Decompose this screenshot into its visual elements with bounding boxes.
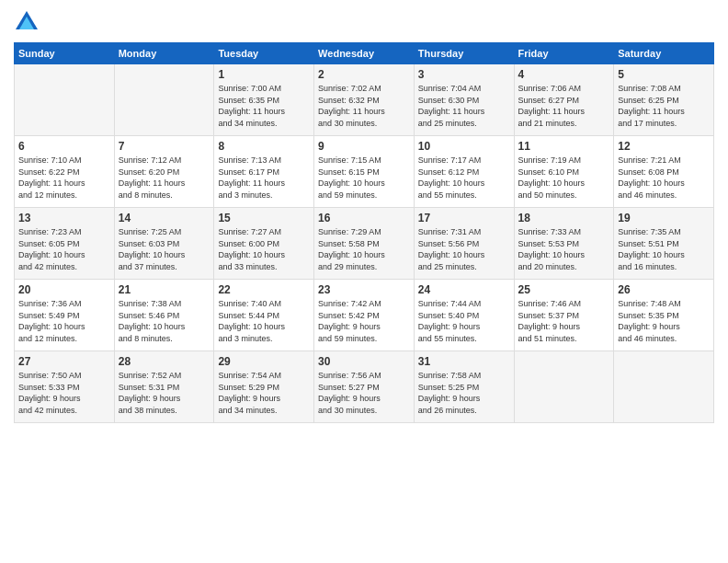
week-row-3: 13Sunrise: 7:23 AM Sunset: 6:05 PM Dayli… xyxy=(15,208,714,280)
day-info: Sunrise: 7:54 AM Sunset: 5:29 PM Dayligh… xyxy=(218,370,310,416)
logo xyxy=(14,9,43,35)
day-number: 22 xyxy=(218,283,310,296)
day-info: Sunrise: 7:21 AM Sunset: 6:08 PM Dayligh… xyxy=(618,155,710,201)
day-cell: 9Sunrise: 7:15 AM Sunset: 6:15 PM Daylig… xyxy=(314,136,415,208)
day-cell xyxy=(514,351,614,423)
day-cell: 11Sunrise: 7:19 AM Sunset: 6:10 PM Dayli… xyxy=(514,136,614,208)
day-cell: 6Sunrise: 7:10 AM Sunset: 6:22 PM Daylig… xyxy=(15,136,115,208)
day-cell: 17Sunrise: 7:31 AM Sunset: 5:56 PM Dayli… xyxy=(414,208,514,280)
weekday-header-thursday: Thursday xyxy=(414,43,514,64)
day-cell: 2Sunrise: 7:02 AM Sunset: 6:32 PM Daylig… xyxy=(314,64,415,136)
day-cell: 29Sunrise: 7:54 AM Sunset: 5:29 PM Dayli… xyxy=(214,351,314,423)
day-number: 26 xyxy=(618,283,710,296)
day-cell: 10Sunrise: 7:17 AM Sunset: 6:12 PM Dayli… xyxy=(414,136,514,208)
day-info: Sunrise: 7:42 AM Sunset: 5:42 PM Dayligh… xyxy=(318,298,410,344)
week-row-1: 1Sunrise: 7:00 AM Sunset: 6:35 PM Daylig… xyxy=(15,64,714,136)
day-info: Sunrise: 7:33 AM Sunset: 5:53 PM Dayligh… xyxy=(518,226,610,272)
day-info: Sunrise: 7:44 AM Sunset: 5:40 PM Dayligh… xyxy=(418,298,510,344)
day-info: Sunrise: 7:40 AM Sunset: 5:44 PM Dayligh… xyxy=(218,298,310,344)
day-number: 18 xyxy=(518,212,610,224)
day-number: 15 xyxy=(218,212,310,224)
day-info: Sunrise: 7:27 AM Sunset: 6:00 PM Dayligh… xyxy=(218,226,310,272)
day-cell: 5Sunrise: 7:08 AM Sunset: 6:25 PM Daylig… xyxy=(614,64,714,136)
day-number: 31 xyxy=(418,355,510,368)
day-info: Sunrise: 7:00 AM Sunset: 6:35 PM Dayligh… xyxy=(218,83,310,129)
day-cell: 4Sunrise: 7:06 AM Sunset: 6:27 PM Daylig… xyxy=(514,64,614,136)
day-cell: 27Sunrise: 7:50 AM Sunset: 5:33 PM Dayli… xyxy=(15,351,115,423)
day-cell: 8Sunrise: 7:13 AM Sunset: 6:17 PM Daylig… xyxy=(214,136,314,208)
day-info: Sunrise: 7:23 AM Sunset: 6:05 PM Dayligh… xyxy=(18,226,110,272)
day-cell xyxy=(614,351,714,423)
day-number: 2 xyxy=(318,68,410,81)
day-number: 19 xyxy=(618,212,710,224)
day-number: 1 xyxy=(218,68,310,81)
weekday-header-row: SundayMondayTuesdayWednesdayThursdayFrid… xyxy=(15,43,714,64)
day-info: Sunrise: 7:19 AM Sunset: 6:10 PM Dayligh… xyxy=(518,155,610,201)
day-number: 7 xyxy=(119,140,210,153)
week-row-4: 20Sunrise: 7:36 AM Sunset: 5:49 PM Dayli… xyxy=(15,280,714,351)
day-info: Sunrise: 7:08 AM Sunset: 6:25 PM Dayligh… xyxy=(618,83,710,129)
week-row-2: 6Sunrise: 7:10 AM Sunset: 6:22 PM Daylig… xyxy=(15,136,714,208)
day-number: 14 xyxy=(119,212,210,224)
day-info: Sunrise: 7:38 AM Sunset: 5:46 PM Dayligh… xyxy=(119,298,210,344)
day-number: 6 xyxy=(18,140,110,153)
day-cell: 25Sunrise: 7:46 AM Sunset: 5:37 PM Dayli… xyxy=(514,280,614,351)
day-info: Sunrise: 7:02 AM Sunset: 6:32 PM Dayligh… xyxy=(318,83,410,129)
day-cell: 16Sunrise: 7:29 AM Sunset: 5:58 PM Dayli… xyxy=(314,208,415,280)
day-info: Sunrise: 7:58 AM Sunset: 5:25 PM Dayligh… xyxy=(418,370,510,416)
day-info: Sunrise: 7:31 AM Sunset: 5:56 PM Dayligh… xyxy=(418,226,510,272)
day-info: Sunrise: 7:04 AM Sunset: 6:30 PM Dayligh… xyxy=(418,83,510,129)
day-cell: 1Sunrise: 7:00 AM Sunset: 6:35 PM Daylig… xyxy=(214,64,314,136)
day-cell: 31Sunrise: 7:58 AM Sunset: 5:25 PM Dayli… xyxy=(414,351,514,423)
day-info: Sunrise: 7:52 AM Sunset: 5:31 PM Dayligh… xyxy=(119,370,210,416)
day-cell: 13Sunrise: 7:23 AM Sunset: 6:05 PM Dayli… xyxy=(15,208,115,280)
page: SundayMondayTuesdayWednesdayThursdayFrid… xyxy=(0,0,728,563)
day-number: 11 xyxy=(518,140,610,153)
day-info: Sunrise: 7:36 AM Sunset: 5:49 PM Dayligh… xyxy=(18,298,110,344)
day-info: Sunrise: 7:25 AM Sunset: 6:03 PM Dayligh… xyxy=(119,226,210,272)
day-number: 12 xyxy=(618,140,710,153)
day-info: Sunrise: 7:17 AM Sunset: 6:12 PM Dayligh… xyxy=(418,155,510,201)
day-number: 13 xyxy=(18,212,110,224)
day-number: 20 xyxy=(18,283,110,296)
day-info: Sunrise: 7:50 AM Sunset: 5:33 PM Dayligh… xyxy=(18,370,110,416)
day-cell: 14Sunrise: 7:25 AM Sunset: 6:03 PM Dayli… xyxy=(114,208,214,280)
day-cell: 21Sunrise: 7:38 AM Sunset: 5:46 PM Dayli… xyxy=(114,280,214,351)
day-number: 5 xyxy=(618,68,710,81)
weekday-header-monday: Monday xyxy=(114,43,214,64)
week-row-5: 27Sunrise: 7:50 AM Sunset: 5:33 PM Dayli… xyxy=(15,351,714,423)
day-cell: 24Sunrise: 7:44 AM Sunset: 5:40 PM Dayli… xyxy=(414,280,514,351)
day-cell: 28Sunrise: 7:52 AM Sunset: 5:31 PM Dayli… xyxy=(114,351,214,423)
day-info: Sunrise: 7:15 AM Sunset: 6:15 PM Dayligh… xyxy=(318,155,410,201)
weekday-header-sunday: Sunday xyxy=(15,43,115,64)
day-cell: 7Sunrise: 7:12 AM Sunset: 6:20 PM Daylig… xyxy=(114,136,214,208)
day-cell: 18Sunrise: 7:33 AM Sunset: 5:53 PM Dayli… xyxy=(514,208,614,280)
day-info: Sunrise: 7:46 AM Sunset: 5:37 PM Dayligh… xyxy=(518,298,610,344)
day-cell xyxy=(15,64,115,136)
day-number: 21 xyxy=(119,283,210,296)
calendar-table: SundayMondayTuesdayWednesdayThursdayFrid… xyxy=(14,42,714,423)
weekday-header-tuesday: Tuesday xyxy=(214,43,314,64)
header xyxy=(14,9,714,35)
day-info: Sunrise: 7:12 AM Sunset: 6:20 PM Dayligh… xyxy=(119,155,210,201)
day-number: 30 xyxy=(318,355,410,368)
day-info: Sunrise: 7:13 AM Sunset: 6:17 PM Dayligh… xyxy=(218,155,310,201)
day-cell: 30Sunrise: 7:56 AM Sunset: 5:27 PM Dayli… xyxy=(314,351,415,423)
day-number: 8 xyxy=(218,140,310,153)
day-number: 23 xyxy=(318,283,410,296)
day-info: Sunrise: 7:29 AM Sunset: 5:58 PM Dayligh… xyxy=(318,226,410,272)
day-number: 16 xyxy=(318,212,410,224)
day-cell: 3Sunrise: 7:04 AM Sunset: 6:30 PM Daylig… xyxy=(414,64,514,136)
day-cell: 12Sunrise: 7:21 AM Sunset: 6:08 PM Dayli… xyxy=(614,136,714,208)
day-number: 25 xyxy=(518,283,610,296)
logo-icon xyxy=(14,9,40,35)
day-cell: 23Sunrise: 7:42 AM Sunset: 5:42 PM Dayli… xyxy=(314,280,415,351)
day-info: Sunrise: 7:48 AM Sunset: 5:35 PM Dayligh… xyxy=(618,298,710,344)
day-number: 29 xyxy=(218,355,310,368)
weekday-header-friday: Friday xyxy=(514,43,614,64)
day-info: Sunrise: 7:06 AM Sunset: 6:27 PM Dayligh… xyxy=(518,83,610,129)
day-cell xyxy=(114,64,214,136)
day-cell: 15Sunrise: 7:27 AM Sunset: 6:00 PM Dayli… xyxy=(214,208,314,280)
day-number: 9 xyxy=(318,140,410,153)
day-number: 24 xyxy=(418,283,510,296)
